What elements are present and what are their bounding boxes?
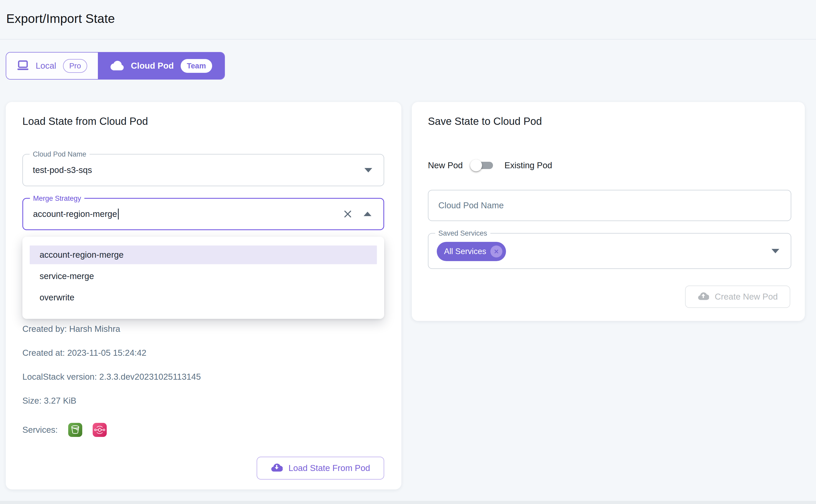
pro-badge: Pro — [63, 59, 87, 73]
pod-mode-switch[interactable] — [470, 159, 497, 172]
size-text: Size: 3.27 KiB — [22, 396, 76, 406]
tab-cloud-pod-label: Cloud Pod — [131, 61, 174, 71]
cloud-upload-icon — [698, 291, 709, 302]
all-services-chip[interactable]: All Services — [437, 242, 506, 261]
team-badge: Team — [180, 59, 213, 73]
tab-cloud-pod[interactable]: Cloud Pod Team — [98, 53, 225, 79]
sqs-service-icon — [93, 423, 107, 437]
menu-option-overwrite[interactable]: overwrite — [30, 288, 377, 307]
chip-remove-icon[interactable] — [490, 245, 502, 257]
localstack-version-text: LocalStack version: 2.3.3.dev20231025113… — [22, 372, 201, 382]
load-state-card: Load State from Cloud Pod Cloud Pod Name… — [6, 102, 401, 489]
services-row: Services: — [22, 423, 107, 437]
horizontal-scrollbar[interactable] — [0, 501, 816, 504]
laptop-icon — [17, 60, 29, 72]
save-state-card: Save State to Cloud Pod New Pod Existing… — [412, 102, 805, 321]
tab-local[interactable]: Local Pro — [6, 53, 98, 79]
clear-icon[interactable] — [343, 209, 353, 219]
cloud-pod-name-value: test-pod-s3-sqs — [33, 154, 92, 186]
created-by-text: Created by: Harsh Mishra — [22, 324, 120, 334]
create-new-pod-button[interactable]: Create New Pod — [685, 286, 790, 308]
merge-strategy-menu: account-region-merge service-merge overw… — [22, 237, 384, 319]
new-pod-label: New Pod — [428, 160, 463, 170]
s3-service-icon — [68, 423, 82, 437]
save-card-title: Save State to Cloud Pod — [428, 115, 542, 127]
merge-strategy-input[interactable]: Merge Strategy account-region-merge — [22, 198, 384, 230]
created-at-text: Created at: 2023-11-05 15:24:42 — [22, 348, 146, 358]
save-pod-name-input[interactable] — [438, 190, 777, 221]
menu-option-account-region-merge[interactable]: account-region-merge — [30, 245, 377, 264]
menu-option-service-merge[interactable]: service-merge — [30, 267, 377, 286]
load-card-title: Load State from Cloud Pod — [22, 115, 148, 127]
cloud-pod-name-select[interactable]: Cloud Pod Name test-pod-s3-sqs — [22, 154, 384, 186]
create-new-pod-label: Create New Pod — [715, 292, 778, 302]
header-divider — [0, 39, 816, 40]
tab-local-label: Local — [36, 61, 56, 71]
cloud-download-icon — [271, 462, 283, 474]
page-title: Export/Import State — [6, 11, 115, 26]
services-label: Services: — [22, 425, 58, 435]
cloud-icon — [110, 60, 124, 72]
all-services-chip-label: All Services — [444, 247, 486, 256]
switch-knob — [470, 159, 482, 171]
chevron-down-icon[interactable] — [772, 249, 779, 253]
existing-pod-label: Existing Pod — [504, 160, 552, 170]
saved-services-label: Saved Services — [435, 229, 490, 237]
pod-mode-toggle-row: New Pod Existing Pod — [428, 156, 552, 175]
load-state-button[interactable]: Load State From Pod — [257, 457, 384, 480]
merge-strategy-value: account-region-merge — [33, 209, 117, 219]
saved-services-select[interactable]: Saved Services All Services — [428, 233, 791, 269]
text-cursor — [118, 209, 119, 219]
chevron-down-icon[interactable] — [364, 168, 372, 172]
load-state-button-label: Load State From Pod — [288, 463, 370, 473]
save-pod-name-field[interactable] — [428, 190, 791, 221]
chevron-up-icon[interactable] — [364, 212, 371, 216]
pod-type-tabs: Local Pro Cloud Pod Team — [6, 52, 225, 80]
export-import-state-page: Export/Import State Local Pro Cloud Pod … — [0, 0, 816, 504]
